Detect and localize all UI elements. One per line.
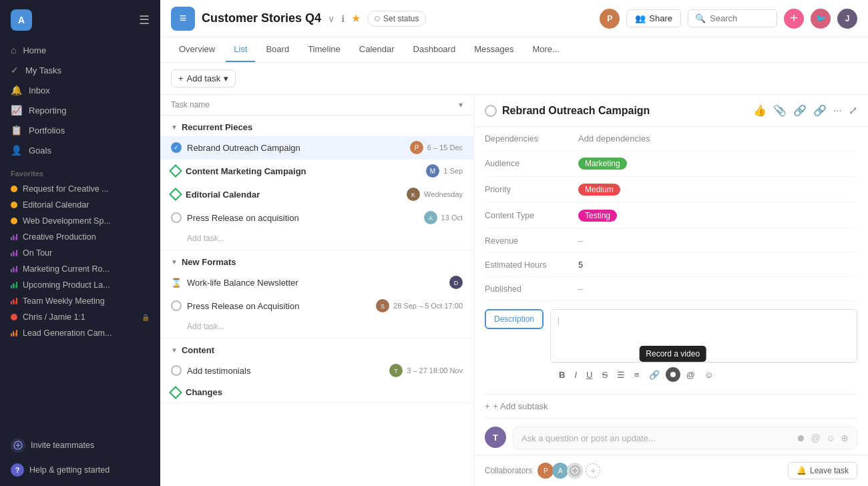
record-video-button[interactable] bbox=[666, 367, 680, 382]
detail-task-check[interactable] bbox=[485, 105, 497, 117]
priority-tag[interactable]: Medium bbox=[578, 184, 620, 196]
share-button[interactable]: 👥 Share bbox=[626, 9, 681, 27]
table-row[interactable]: Press Release on acquisition A 13 Oct bbox=[160, 206, 473, 230]
task-check-icon[interactable] bbox=[171, 300, 182, 311]
emoji-button[interactable]: ☺ bbox=[701, 368, 716, 382]
sidebar-item-lead-gen[interactable]: Lead Generation Cam... bbox=[0, 325, 160, 341]
commenter-avatar: T bbox=[485, 427, 506, 448]
sidebar-item-home[interactable]: ⌂ Home bbox=[0, 40, 160, 60]
table-row[interactable]: Content Marketing Campaign M 1 Sep bbox=[160, 160, 473, 183]
link-icon[interactable]: 🔗 bbox=[813, 104, 827, 117]
task-name-label: Content Marketing Campaign bbox=[186, 166, 426, 176]
comment-mention-icon[interactable]: @ bbox=[811, 433, 820, 443]
add-button[interactable]: + bbox=[784, 9, 804, 29]
field-content-type: Content Type Testing bbox=[485, 203, 857, 229]
tab-overview[interactable]: Overview bbox=[171, 37, 223, 62]
numbered-list-button[interactable]: ≡ bbox=[631, 368, 643, 382]
section-header-recurrent[interactable]: ▼ Recurrent Pieces bbox=[160, 115, 473, 136]
sidebar-item-marketing-current[interactable]: Marketing Current Ro... bbox=[0, 261, 160, 277]
tab-list[interactable]: List bbox=[226, 37, 255, 62]
sidebar-item-creative-production[interactable]: Creative Production bbox=[0, 229, 160, 245]
sidebar-item-team-weekly[interactable]: Team Weekly Meeting bbox=[0, 293, 160, 309]
add-task-button[interactable]: + Add task ▾ bbox=[171, 69, 236, 87]
sidebar-item-chris-jamie[interactable]: Chris / Jamie 1:1 🔒 bbox=[0, 309, 160, 325]
tab-messages[interactable]: Messages bbox=[466, 37, 521, 62]
section-header-content[interactable]: ▼ Content bbox=[160, 338, 473, 359]
set-status-button[interactable]: Set status bbox=[367, 11, 426, 27]
tab-board[interactable]: Board bbox=[258, 37, 297, 62]
record-dot-icon bbox=[670, 372, 676, 377]
sidebar-toggle-button[interactable]: ☰ bbox=[139, 13, 150, 27]
sidebar-item-inbox[interactable]: 🔔 Inbox bbox=[0, 80, 160, 100]
sidebar-item-goals[interactable]: 👤 Goals bbox=[0, 140, 160, 160]
project-title-chevron-icon[interactable]: ∨ bbox=[328, 13, 335, 24]
favorite-star-icon[interactable]: ★ bbox=[351, 12, 361, 25]
search-bar[interactable]: 🔍 bbox=[688, 9, 777, 27]
invite-icon bbox=[11, 438, 25, 453]
tab-more[interactable]: More... bbox=[524, 37, 567, 62]
description-button[interactable]: Description bbox=[485, 309, 544, 329]
audience-tag[interactable]: Marketing bbox=[578, 158, 627, 170]
add-task-dropdown-icon[interactable]: ▾ bbox=[224, 73, 228, 83]
table-row[interactable]: Changes bbox=[160, 383, 473, 403]
section-header-new-formats[interactable]: ▼ New Formats bbox=[160, 250, 473, 271]
add-task-inline-button[interactable]: Add task... bbox=[160, 318, 473, 338]
add-collaborator-button[interactable]: + bbox=[586, 463, 600, 478]
add-task-inline-button[interactable]: Add task... bbox=[160, 230, 473, 250]
comment-record-icon[interactable]: ⏺ bbox=[796, 433, 805, 443]
help-getting-started-button[interactable]: ? Help & getting started bbox=[0, 458, 160, 486]
task-diamond-icon[interactable] bbox=[169, 164, 182, 178]
leave-task-label: Leave task bbox=[810, 466, 849, 475]
invite-teammates-button[interactable]: Invite teammates bbox=[0, 433, 160, 458]
info-icon[interactable]: ℹ bbox=[341, 13, 345, 24]
task-check-icon[interactable] bbox=[171, 212, 182, 223]
sidebar-item-upcoming-product[interactable]: Upcoming Product La... bbox=[0, 277, 160, 293]
tab-timeline[interactable]: Timeline bbox=[300, 37, 349, 62]
attach-icon[interactable]: 📎 bbox=[773, 104, 787, 117]
search-input[interactable] bbox=[710, 13, 770, 23]
task-name-label: Editorial Calendar bbox=[186, 190, 407, 200]
tab-dashboard[interactable]: Dashboard bbox=[405, 37, 464, 62]
link-button[interactable]: 🔗 bbox=[646, 368, 663, 382]
add-subtask-button[interactable]: + + Add subtask bbox=[485, 395, 857, 418]
expand-icon[interactable]: ⤢ bbox=[849, 104, 857, 117]
task-check-icon[interactable]: ✓ bbox=[171, 142, 182, 153]
bold-button[interactable]: B bbox=[556, 368, 568, 382]
tab-calendar[interactable]: Calendar bbox=[351, 37, 403, 62]
comment-emoji-icon[interactable]: ☺ bbox=[826, 433, 835, 443]
project-icon-button[interactable]: ≡ bbox=[171, 7, 195, 31]
sidebar-item-my-tasks[interactable]: ✓ My Tasks bbox=[0, 60, 160, 80]
table-row[interactable]: Editorial Calendar K Wednesday bbox=[160, 183, 473, 206]
table-row[interactable]: ⌛ Work-life Balance Newsletter D bbox=[160, 271, 473, 294]
leave-task-button[interactable]: 🔔 Leave task bbox=[788, 462, 857, 479]
table-row[interactable]: ✓ Rebrand Outreach Campaign P 6 – 15 Dec bbox=[160, 136, 473, 160]
bullet-list-button[interactable]: ☰ bbox=[614, 368, 628, 382]
sidebar-item-reporting[interactable]: 📈 Reporting bbox=[0, 100, 160, 120]
dependency-icon[interactable]: 🔗 bbox=[793, 104, 807, 117]
comment-more-icon[interactable]: ⊕ bbox=[841, 433, 849, 443]
strikethrough-button[interactable]: S bbox=[598, 368, 611, 382]
more-options-icon[interactable]: ··· bbox=[833, 105, 842, 117]
task-diamond-icon[interactable] bbox=[169, 386, 182, 399]
content-type-tag[interactable]: Testing bbox=[578, 210, 617, 222]
italic-button[interactable]: I bbox=[571, 368, 580, 382]
filter-dropdown-icon[interactable]: ▾ bbox=[459, 100, 463, 109]
sidebar-item-portfolios[interactable]: 📋 Portfolios bbox=[0, 120, 160, 140]
thumbs-up-icon[interactable]: 👍 bbox=[753, 104, 767, 117]
sidebar-item-on-tour[interactable]: On Tour bbox=[0, 245, 160, 261]
table-row[interactable]: Press Release on Acquisition S 28 Sep – … bbox=[160, 294, 473, 318]
sidebar-item-editorial-calendar[interactable]: Editorial Calendar bbox=[0, 197, 160, 213]
sidebar-item-web-dev[interactable]: Web Development Sp... bbox=[0, 213, 160, 229]
sidebar-item-label: Creative Production bbox=[23, 232, 96, 242]
table-row[interactable]: Add testimonials T 3 – 27 18:00 Nov bbox=[160, 359, 473, 383]
underline-button[interactable]: U bbox=[583, 368, 596, 382]
description-editor[interactable]: | bbox=[550, 309, 857, 362]
task-check-icon[interactable] bbox=[171, 365, 182, 376]
task-name-label: Press Release on acquisition bbox=[187, 213, 424, 223]
comment-input-area[interactable]: Ask a question or post an update... ⏺ @ … bbox=[513, 427, 857, 449]
task-diamond-icon[interactable] bbox=[169, 188, 182, 201]
add-dependencies-button[interactable]: Add dependencies bbox=[578, 134, 857, 144]
sidebar-item-request-creative[interactable]: Request for Creative ... bbox=[0, 181, 160, 197]
mention-button[interactable]: @ bbox=[683, 368, 698, 382]
dot-icon bbox=[11, 186, 17, 192]
